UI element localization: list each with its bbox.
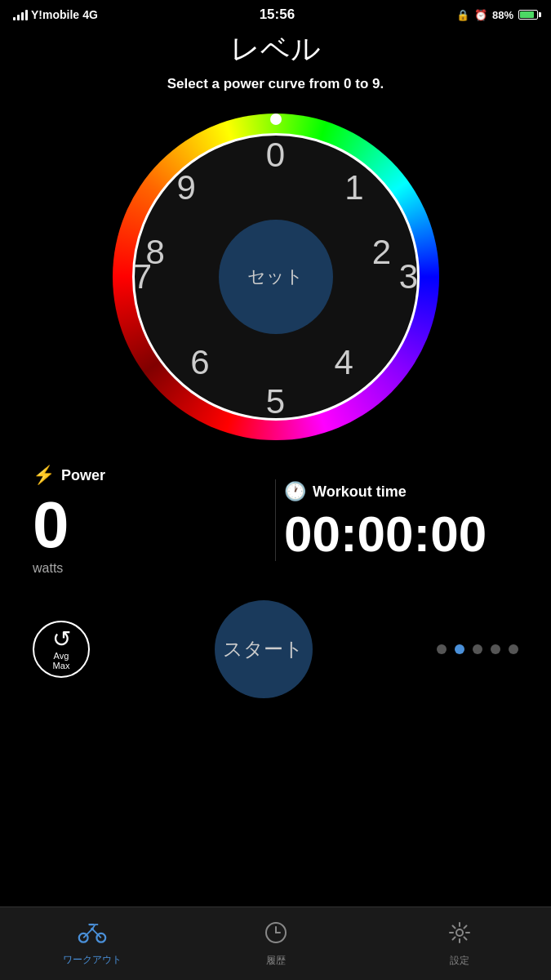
tab-bar: ワークアウト 履歴 設定 — [0, 906, 551, 980]
history-icon — [264, 920, 288, 951]
dial-number-4: 4 — [323, 342, 364, 383]
dial-number-8: 8 — [135, 232, 176, 273]
workout-time-header: 🕐 Workout time — [284, 481, 518, 502]
dot-4 — [491, 644, 500, 654]
network-label: 4G — [82, 8, 98, 21]
clock-icon: 🕐 — [284, 481, 306, 502]
power-label: Power — [61, 467, 105, 484]
bike-icon — [78, 921, 107, 950]
tab-settings[interactable]: 設定 — [367, 920, 551, 968]
tab-settings-label: 設定 — [450, 954, 469, 968]
start-button-label: スタート — [223, 636, 304, 662]
dot-3 — [473, 644, 482, 654]
tab-workout-label: ワークアウト — [63, 953, 122, 967]
power-icon: ⚡ — [33, 465, 55, 486]
set-button[interactable]: セット — [219, 220, 333, 334]
power-stat: ⚡ Power 0 watts — [33, 465, 267, 576]
dial-number-1: 1 — [334, 167, 375, 208]
page-title: レベル — [0, 26, 551, 76]
start-button[interactable]: スタート — [215, 600, 313, 698]
dial-number-6: 6 — [180, 342, 220, 383]
dial-number-5: 5 — [256, 381, 296, 422]
power-value: 0 — [33, 492, 267, 558]
carrier-label: Y!mobile — [31, 8, 79, 21]
dot-1 — [437, 644, 447, 654]
workout-time-stat: 🕐 Workout time 00:00:00 — [284, 481, 518, 559]
power-dial[interactable]: 0 1 2 3 4 5 6 7 8 9 セット — [104, 105, 447, 448]
battery-icon — [518, 10, 538, 20]
max-label: Max — [53, 661, 70, 670]
dial-number-3: 3 — [389, 256, 429, 297]
set-button-label: セット — [247, 265, 304, 289]
page-dots — [437, 644, 518, 654]
status-bar: Y!mobile 4G 15:56 🔒 ⏰ 88% — [0, 0, 551, 26]
dot-5 — [509, 644, 518, 654]
alarm-icon: ⏰ — [474, 9, 487, 21]
power-header: ⚡ Power — [33, 465, 267, 486]
subtitle-label: Select a power curve from 0 to 9. — [0, 76, 551, 92]
controls-row: ↺ Avg Max スタート — [0, 584, 551, 715]
avg-max-arrows-icon: ↺ — [52, 628, 71, 651]
workout-time-label: Workout time — [313, 483, 407, 501]
workout-time-value: 00:00:00 — [284, 509, 518, 559]
status-right: 🔒 ⏰ 88% — [456, 9, 538, 21]
battery-percent: 88% — [492, 9, 513, 21]
svg-point-4 — [456, 929, 463, 936]
avg-label: Avg — [54, 651, 69, 661]
lock-icon: 🔒 — [456, 9, 469, 21]
dial-number-0: 0 — [256, 135, 296, 176]
dial-indicator — [270, 114, 282, 125]
signal-icon — [13, 10, 28, 20]
tab-history-label: 履歴 — [266, 954, 286, 968]
dot-2 — [455, 644, 464, 654]
time-label: 15:56 — [260, 7, 295, 23]
avg-max-button[interactable]: ↺ Avg Max — [33, 621, 90, 678]
status-left: Y!mobile 4G — [13, 8, 98, 21]
svg-point-2 — [91, 927, 94, 930]
stat-divider — [275, 479, 276, 561]
stats-section: ⚡ Power 0 watts 🕐 Workout time 00:00:00 — [0, 465, 551, 576]
power-unit: watts — [33, 561, 267, 576]
tab-workout[interactable]: ワークアウト — [0, 921, 184, 967]
dial-number-9: 9 — [166, 167, 207, 208]
gear-icon — [447, 920, 472, 951]
tab-history[interactable]: 履歴 — [184, 920, 367, 968]
